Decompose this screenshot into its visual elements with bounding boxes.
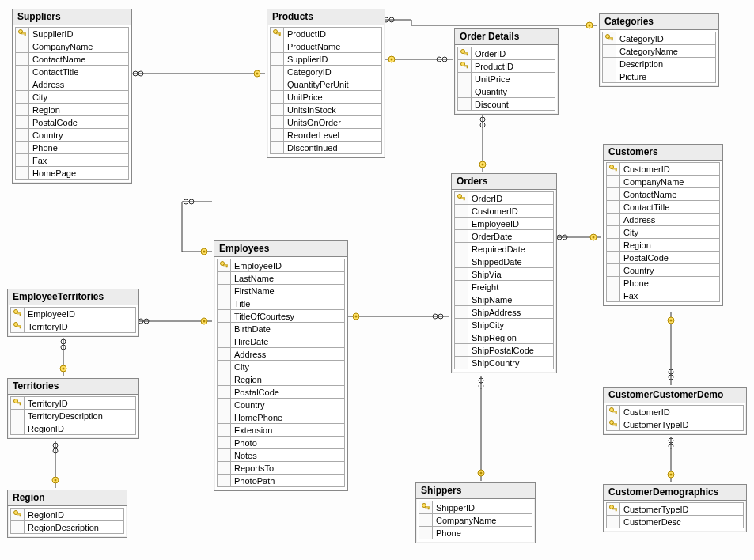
table-header[interactable]: EmployeeTerritories — [8, 289, 138, 305]
table-order-details[interactable]: Order DetailsOrderIDProductIDUnitPriceQu… — [454, 28, 559, 115]
table-header[interactable]: Orders — [452, 174, 556, 190]
column-row[interactable]: TerritoryDescription — [10, 409, 136, 422]
column-row[interactable]: CategoryName — [602, 44, 716, 58]
table-header[interactable]: Employees — [214, 241, 347, 257]
column-row[interactable]: CompanyName — [606, 175, 720, 188]
column-row[interactable]: City — [606, 225, 720, 239]
table-header[interactable]: CustomerDemographics — [604, 485, 746, 501]
column-row[interactable]: Freight — [454, 280, 554, 293]
column-row[interactable]: ShipRegion — [454, 331, 554, 344]
column-row[interactable]: RegionID — [10, 508, 124, 521]
column-row[interactable]: Title — [217, 297, 345, 310]
column-row[interactable]: Notes — [217, 448, 345, 462]
column-row[interactable]: CustomerID — [606, 405, 744, 418]
column-row[interactable]: ProductID — [457, 59, 555, 73]
column-row[interactable]: CustomerTypeID — [606, 502, 744, 516]
column-row[interactable]: Address — [606, 213, 720, 226]
column-row[interactable]: OrderID — [457, 47, 555, 60]
table-header[interactable]: Order Details — [455, 29, 558, 45]
column-row[interactable]: RegionID — [10, 422, 136, 435]
column-row[interactable]: EmployeeID — [217, 259, 345, 272]
column-row[interactable]: ContactTitle — [15, 65, 129, 78]
table-orders[interactable]: OrdersOrderIDCustomerIDEmployeeIDOrderDa… — [451, 173, 557, 373]
column-row[interactable]: ShipCountry — [454, 356, 554, 369]
column-row[interactable]: Picture — [602, 70, 716, 83]
column-row[interactable]: CustomerID — [606, 162, 720, 176]
column-row[interactable]: ContactTitle — [606, 200, 720, 214]
table-employee-territories[interactable]: EmployeeTerritoriesEmployeeIDTerritoryID — [7, 289, 139, 337]
column-row[interactable]: Fax — [606, 289, 720, 302]
column-row[interactable]: OrderID — [454, 191, 554, 205]
column-row[interactable]: ShipperID — [419, 501, 532, 514]
table-products[interactable]: ProductsProductIDProductNameSupplierIDCa… — [267, 9, 385, 158]
column-row[interactable]: Country — [606, 263, 720, 277]
table-header[interactable]: Territories — [8, 379, 138, 395]
column-row[interactable]: EmployeeID — [454, 217, 554, 230]
column-row[interactable]: SupplierID — [15, 27, 129, 40]
column-row[interactable]: PostalCode — [15, 115, 129, 129]
column-row[interactable]: Country — [15, 128, 129, 142]
column-row[interactable]: Region — [606, 238, 720, 252]
table-shippers[interactable]: ShippersShipperIDCompanyNamePhone — [415, 482, 536, 543]
column-row[interactable]: Discount — [457, 97, 555, 111]
column-row[interactable]: TerritoryID — [10, 396, 136, 410]
column-row[interactable]: UnitPrice — [270, 90, 382, 104]
column-row[interactable]: HomePage — [15, 166, 129, 180]
column-row[interactable]: CompanyName — [15, 40, 129, 53]
table-header[interactable]: Customers — [604, 145, 722, 161]
table-header[interactable]: Suppliers — [13, 9, 131, 25]
column-row[interactable]: UnitPrice — [457, 72, 555, 85]
column-row[interactable]: Fax — [15, 153, 129, 167]
table-header[interactable]: Categories — [600, 14, 718, 30]
column-row[interactable]: Phone — [15, 141, 129, 154]
column-row[interactable]: City — [15, 90, 129, 104]
column-row[interactable]: Country — [217, 398, 345, 411]
column-row[interactable]: TitleOfCourtesy — [217, 309, 345, 323]
column-row[interactable]: ShipAddress — [454, 305, 554, 319]
column-row[interactable]: Phone — [606, 276, 720, 289]
column-row[interactable]: CompanyName — [419, 513, 532, 527]
column-row[interactable]: Description — [602, 57, 716, 70]
table-header[interactable]: CustomerCustomerDemo — [604, 388, 746, 403]
column-row[interactable]: PhotoPath — [217, 474, 345, 487]
column-row[interactable]: PostalCode — [606, 251, 720, 264]
column-row[interactable]: ContactName — [15, 52, 129, 66]
column-row[interactable]: ContactName — [606, 187, 720, 201]
column-row[interactable]: CategoryID — [270, 65, 382, 78]
table-header[interactable]: Region — [8, 490, 127, 506]
column-row[interactable]: ShipCity — [454, 318, 554, 331]
column-row[interactable]: ShipPostalCode — [454, 343, 554, 357]
table-header[interactable]: Shippers — [416, 483, 535, 499]
table-territories[interactable]: TerritoriesTerritoryIDTerritoryDescripti… — [7, 378, 139, 439]
column-row[interactable]: TerritoryID — [10, 320, 136, 333]
column-row[interactable]: CustomerDesc — [606, 515, 744, 528]
table-header[interactable]: Products — [267, 9, 385, 25]
column-row[interactable]: Phone — [419, 526, 532, 539]
table-categories[interactable]: CategoriesCategoryIDCategoryNameDescript… — [599, 13, 719, 87]
column-row[interactable]: ProductID — [270, 27, 382, 40]
table-suppliers[interactable]: SuppliersSupplierIDCompanyNameContactNam… — [12, 9, 132, 184]
column-row[interactable]: PostalCode — [217, 385, 345, 399]
column-row[interactable]: RegionDescription — [10, 520, 124, 534]
column-row[interactable]: Quantity — [457, 85, 555, 98]
column-row[interactable]: UnitsOnOrder — [270, 115, 382, 129]
column-row[interactable]: Region — [217, 373, 345, 386]
column-row[interactable]: Region — [15, 103, 129, 116]
column-row[interactable]: Discontinued — [270, 141, 382, 154]
column-row[interactable]: BirthDate — [217, 322, 345, 335]
table-customer-demographics[interactable]: CustomerDemographicsCustomerTypeIDCustom… — [603, 484, 747, 532]
column-row[interactable]: CustomerID — [454, 204, 554, 218]
column-row[interactable]: QuantityPerUnit — [270, 78, 382, 91]
column-row[interactable]: Address — [217, 347, 345, 361]
table-region[interactable]: RegionRegionIDRegionDescription — [7, 490, 127, 538]
column-row[interactable]: ReportsTo — [217, 461, 345, 475]
column-row[interactable]: ShipName — [454, 293, 554, 306]
column-row[interactable]: OrderDate — [454, 229, 554, 243]
column-row[interactable]: City — [217, 360, 345, 373]
column-row[interactable]: FirstName — [217, 284, 345, 297]
column-row[interactable]: Extension — [217, 423, 345, 437]
column-row[interactable]: CustomerTypeID — [606, 418, 744, 431]
column-row[interactable]: RequiredDate — [454, 242, 554, 255]
column-row[interactable]: Photo — [217, 436, 345, 449]
column-row[interactable]: CategoryID — [602, 32, 716, 45]
